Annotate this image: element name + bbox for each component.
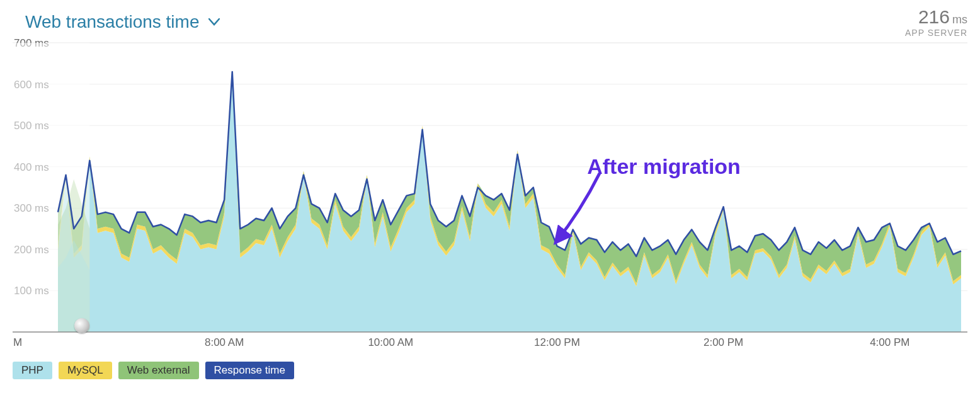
metric-readout: 216ms APP SERVER (905, 6, 967, 38)
chart-title-label: Web transactions time (25, 12, 200, 32)
svg-text:4:00 PM: 4:00 PM (870, 336, 909, 348)
legend-item-php[interactable]: PHP (13, 362, 52, 379)
metric-value: 216 (918, 6, 950, 27)
legend-item-resp[interactable]: Response time (205, 362, 294, 379)
svg-text:M: M (13, 336, 22, 348)
metric-unit: ms (952, 13, 967, 26)
svg-text:12:00 PM: 12:00 PM (534, 336, 580, 348)
legend-item-mysql[interactable]: MySQL (59, 362, 112, 379)
svg-text:8:00 AM: 8:00 AM (205, 336, 244, 348)
metric-subtitle: APP SERVER (905, 28, 967, 38)
chart-area[interactable]: 100 ms200 ms300 ms400 ms500 ms600 ms700 … (13, 38, 967, 351)
svg-text:2:00 PM: 2:00 PM (704, 336, 743, 348)
chart-title-dropdown[interactable]: Web transactions time (25, 12, 220, 32)
legend-item-ext[interactable]: Web external (118, 362, 199, 379)
legend: PHPMySQLWeb externalResponse time (13, 362, 294, 379)
chevron-down-icon (208, 18, 220, 26)
svg-text:10:00 AM: 10:00 AM (368, 336, 413, 348)
